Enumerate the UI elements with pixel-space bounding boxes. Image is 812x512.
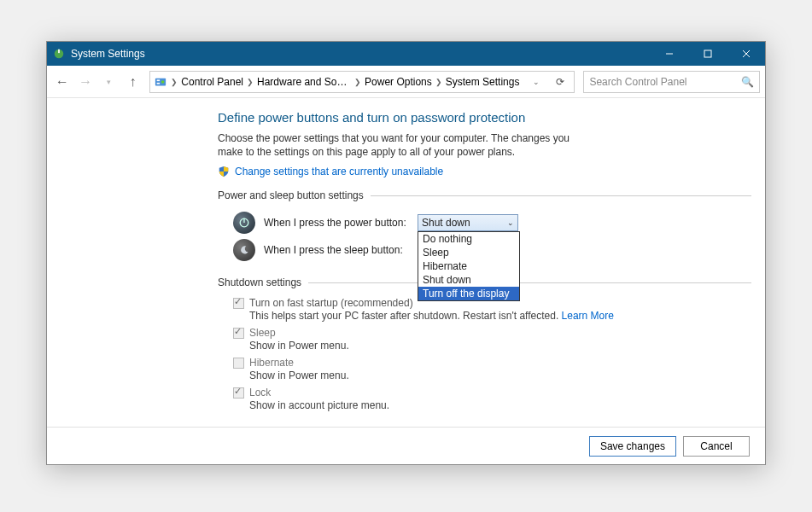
toolbar: ← → ▾ ↑ ❯ Control Panel ❯ Hardware and S… [47,66,765,98]
checkbox [233,298,244,309]
forward-button[interactable]: → [76,72,96,92]
recent-dropdown[interactable]: ▾ [99,72,120,92]
minimize-button[interactable] [650,42,688,66]
breadcrumb-item[interactable]: System Settings [446,76,520,88]
dropdown-option[interactable]: Hibernate [418,259,519,273]
cancel-button[interactable]: Cancel [683,436,750,457]
checkbox [233,328,244,339]
control-panel-icon [154,75,167,89]
dropdown-option[interactable]: Do nothing [418,232,519,246]
chevron-right-icon: ❯ [354,78,361,86]
svg-rect-3 [704,50,711,57]
content-area: Define power buttons and turn on passwor… [47,98,765,411]
shutdown-item: HibernateShow in Power menu. [233,357,751,381]
address-bar[interactable]: ❯ Control Panel ❯ Hardware and Sound ❯ P… [149,71,575,93]
checkbox [233,387,244,399]
chevron-down-icon: ⌄ [507,218,514,227]
search-input[interactable] [589,76,741,88]
breadcrumb-item[interactable]: Control Panel [181,76,243,88]
checkbox-description: Show in account picture menu. [249,399,751,411]
checkbox-description: Show in Power menu. [249,340,751,352]
back-button[interactable]: ← [52,72,73,92]
sleep-button-label: When I press the sleep button: [264,244,409,256]
page-description: Choose the power settings that you want … [218,131,593,159]
close-button[interactable] [727,42,765,66]
shutdown-item: LockShow in account picture menu. [233,387,751,411]
power-button-row: When I press the power button: Shut down… [218,212,751,234]
uac-shield-icon [218,166,230,177]
search-icon[interactable]: 🔍 [741,76,754,88]
app-icon [52,47,66,61]
window: System Settings ← → ▾ ↑ ❯ Control Panel … [46,41,766,465]
power-button-combo[interactable]: Shut down ⌄ Do nothingSleepHibernateShut… [418,214,518,231]
up-button[interactable]: ↑ [123,72,143,92]
refresh-button[interactable]: ⟳ [550,72,570,92]
power-button-label: When I press the power button: [264,217,409,229]
group-power-sleep: Power and sleep button settings [218,189,751,201]
save-button[interactable]: Save changes [589,436,676,457]
breadcrumb-item[interactable]: Hardware and Sound [257,76,351,88]
checkbox-label: Turn on fast startup (recommended) [249,297,413,309]
shutdown-settings-list: Turn on fast startup (recommended)This h… [218,297,751,411]
power-icon [233,212,255,234]
power-button-dropdown: Do nothingSleepHibernateShut downTurn of… [418,231,520,301]
dropdown-option[interactable]: Shut down [418,273,519,287]
svg-rect-7 [157,79,161,81]
checkbox [233,358,244,369]
svg-point-9 [161,80,165,84]
group-label: Power and sleep button settings [218,189,364,201]
checkbox-label: Hibernate [249,357,294,369]
chevron-right-icon: ❯ [435,78,442,86]
chevron-right-icon: ❯ [247,78,254,86]
combo-value: Shut down [422,217,470,229]
breadcrumb-item[interactable]: Power Options [365,76,432,88]
checkbox-description: Show in Power menu. [249,369,751,381]
shutdown-item: SleepShow in Power menu. [233,327,751,352]
dialog-footer: Save changes Cancel [47,427,765,464]
chevron-right-icon: ❯ [171,78,178,86]
checkbox-description: This helps start your PC faster after sh… [249,310,751,322]
learn-more-link[interactable]: Learn More [562,310,614,322]
checkbox-label: Sleep [249,327,276,339]
dropdown-option[interactable]: Sleep [418,246,519,259]
titlebar: System Settings [47,42,765,66]
maximize-button[interactable] [688,42,727,66]
page-title: Define power buttons and turn on passwor… [218,110,751,125]
uac-change-settings-link[interactable]: Change settings that are currently unava… [235,166,443,177]
search-box[interactable]: 🔍 [583,71,760,93]
dropdown-option[interactable]: Turn off the display [418,287,519,300]
checkbox-label: Lock [249,387,271,399]
window-title: System Settings [71,48,650,60]
address-dropdown-icon[interactable]: ⌄ [526,72,546,92]
svg-rect-1 [58,49,60,53]
sleep-icon [233,239,255,261]
group-label: Shutdown settings [218,276,301,288]
svg-rect-8 [157,82,161,84]
